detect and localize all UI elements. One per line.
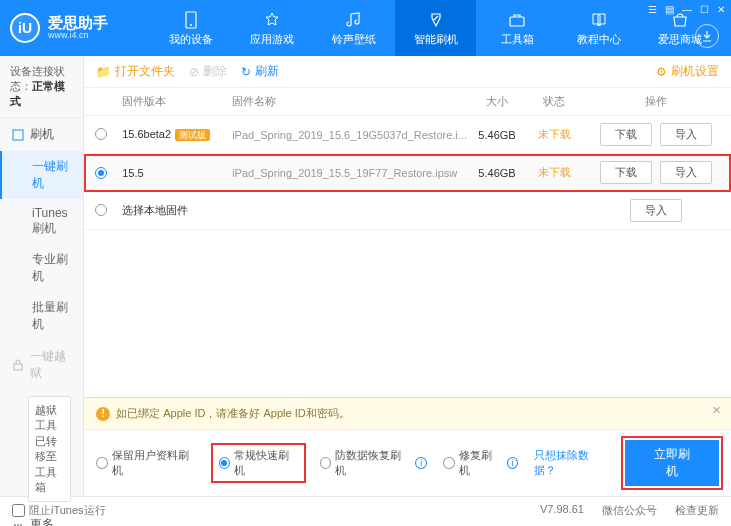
jailbreak-note: 越狱工具已转移至工具箱 bbox=[28, 396, 71, 502]
nav-label: 教程中心 bbox=[577, 32, 621, 47]
sidebar-item-oneclick[interactable]: 一键刷机 bbox=[0, 151, 83, 199]
gear-icon: ⚙ bbox=[656, 65, 667, 79]
flash-now-button[interactable]: 立即刷机 bbox=[625, 440, 719, 486]
download-button[interactable]: 下载 bbox=[600, 161, 652, 184]
svg-point-1 bbox=[190, 24, 192, 26]
svg-rect-3 bbox=[13, 130, 23, 140]
titlebar: iU 爱思助手 www.i4.cn 我的设备 应用游戏 铃声壁纸 智能刷机 工具… bbox=[0, 0, 731, 56]
warning-icon: ! bbox=[96, 407, 110, 421]
more-icon bbox=[12, 519, 24, 526]
ringtone-icon bbox=[344, 10, 364, 30]
import-button[interactable]: 导入 bbox=[660, 161, 712, 184]
nav-label: 智能刷机 bbox=[414, 32, 458, 47]
check-update-link[interactable]: 检查更新 bbox=[675, 503, 719, 518]
flash-options: 保留用户资料刷机 常规快速刷机 防数据恢复刷机i 修复刷机i 只想抹除数据？ 立… bbox=[84, 429, 731, 496]
table-header: 固件版本 固件名称 大小 状态 操作 bbox=[84, 88, 731, 116]
nav-ringtone[interactable]: 铃声壁纸 bbox=[313, 0, 395, 56]
sidebar-head-jailbreak[interactable]: 一键越狱 bbox=[0, 340, 83, 390]
close-icon[interactable]: ✕ bbox=[717, 4, 725, 15]
svg-rect-4 bbox=[14, 364, 22, 370]
app-name: 爱思助手 bbox=[48, 15, 108, 32]
block-itunes-checkbox[interactable] bbox=[12, 504, 25, 517]
statusbar: 阻止iTunes运行 V7.98.61 微信公众号 检查更新 bbox=[0, 496, 731, 524]
import-button[interactable]: 导入 bbox=[630, 199, 682, 222]
menu-icon[interactable]: ☰ bbox=[648, 4, 657, 15]
logo-icon: iU bbox=[10, 13, 40, 43]
flash-icon bbox=[426, 10, 446, 30]
firmware-row[interactable]: 15.6beta2测试版 iPad_Spring_2019_15.6_19G50… bbox=[84, 116, 731, 154]
firmware-row-selected[interactable]: 15.5 iPad_Spring_2019_15.5_19F77_Restore… bbox=[84, 154, 731, 192]
sidebar-item-itunes[interactable]: iTunes刷机 bbox=[0, 199, 83, 244]
minimize-icon[interactable]: — bbox=[682, 4, 692, 15]
maximize-icon[interactable]: ☐ bbox=[700, 4, 709, 15]
appleid-notice: ! 如已绑定 Apple ID，请准备好 Apple ID和密码。 ✕ bbox=[84, 397, 731, 429]
import-button[interactable]: 导入 bbox=[660, 123, 712, 146]
notice-close-icon[interactable]: ✕ bbox=[712, 404, 721, 417]
nav-my-device[interactable]: 我的设备 bbox=[150, 0, 232, 56]
download-button[interactable]: 下载 bbox=[600, 123, 652, 146]
info-icon[interactable]: i bbox=[415, 457, 427, 469]
opt-keepdata[interactable]: 保留用户资料刷机 bbox=[96, 448, 196, 478]
nav-label: 我的设备 bbox=[169, 32, 213, 47]
refresh-button[interactable]: ↻刷新 bbox=[241, 63, 279, 80]
skin-icon[interactable]: ▤ bbox=[665, 4, 674, 15]
sidebar-item-batch[interactable]: 批量刷机 bbox=[0, 292, 83, 340]
version-label: V7.98.61 bbox=[540, 503, 584, 518]
folder-icon: 📁 bbox=[96, 65, 111, 79]
top-navigation: 我的设备 应用游戏 铃声壁纸 智能刷机 工具箱 教程中心 爱思商城 bbox=[150, 0, 721, 56]
lock-icon bbox=[12, 359, 24, 371]
local-firmware-row[interactable]: 选择本地固件 导入 bbox=[84, 192, 731, 230]
wechat-link[interactable]: 微信公众号 bbox=[602, 503, 657, 518]
device-icon bbox=[181, 10, 201, 30]
app-url: www.i4.cn bbox=[48, 31, 108, 41]
nav-apps[interactable]: 应用游戏 bbox=[232, 0, 314, 56]
connection-status: 设备连接状态：正常模式 bbox=[0, 56, 83, 118]
sidebar-item-pro[interactable]: 专业刷机 bbox=[0, 244, 83, 292]
nav-tutorial[interactable]: 教程中心 bbox=[558, 0, 640, 56]
opt-normal[interactable]: 常规快速刷机 bbox=[213, 445, 304, 481]
delete-icon: ⊘ bbox=[189, 65, 199, 79]
opt-repair[interactable]: 修复刷机i bbox=[443, 448, 518, 478]
open-folder-button[interactable]: 📁打开文件夹 bbox=[96, 63, 175, 80]
sidebar: 设备连接状态：正常模式 刷机 一键刷机 iTunes刷机 专业刷机 批量刷机 一… bbox=[0, 56, 84, 496]
nav-label: 应用游戏 bbox=[250, 32, 294, 47]
toolbar: 📁打开文件夹 ⊘删除 ↻刷新 ⚙刷机设置 bbox=[84, 56, 731, 88]
nav-toolbox[interactable]: 工具箱 bbox=[476, 0, 558, 56]
delete-button[interactable]: ⊘删除 bbox=[189, 63, 227, 80]
row-radio[interactable] bbox=[95, 204, 107, 216]
toolbox-icon bbox=[507, 10, 527, 30]
row-radio[interactable] bbox=[95, 167, 107, 179]
flash-settings-button[interactable]: ⚙刷机设置 bbox=[656, 63, 719, 80]
opt-antirecover[interactable]: 防数据恢复刷机i bbox=[320, 448, 427, 478]
nav-flash[interactable]: 智能刷机 bbox=[395, 0, 477, 56]
beta-badge: 测试版 bbox=[175, 129, 210, 141]
info-icon[interactable]: i bbox=[507, 457, 519, 469]
sidebar-head-flash[interactable]: 刷机 bbox=[0, 118, 83, 151]
row-radio[interactable] bbox=[95, 128, 107, 140]
refresh-icon: ↻ bbox=[241, 65, 251, 79]
svg-rect-2 bbox=[510, 17, 524, 26]
app-logo: iU 爱思助手 www.i4.cn bbox=[10, 13, 150, 43]
apps-icon bbox=[262, 10, 282, 30]
flash-small-icon bbox=[12, 129, 24, 141]
erase-only-link[interactable]: 只想抹除数据？ bbox=[534, 448, 608, 478]
download-manager-icon[interactable] bbox=[695, 24, 719, 48]
nav-label: 工具箱 bbox=[501, 32, 534, 47]
main-content: 📁打开文件夹 ⊘删除 ↻刷新 ⚙刷机设置 固件版本 固件名称 大小 状态 操作 … bbox=[84, 56, 731, 496]
window-controls: ☰ ▤ — ☐ ✕ bbox=[648, 4, 725, 15]
book-icon bbox=[589, 10, 609, 30]
nav-label: 铃声壁纸 bbox=[332, 32, 376, 47]
